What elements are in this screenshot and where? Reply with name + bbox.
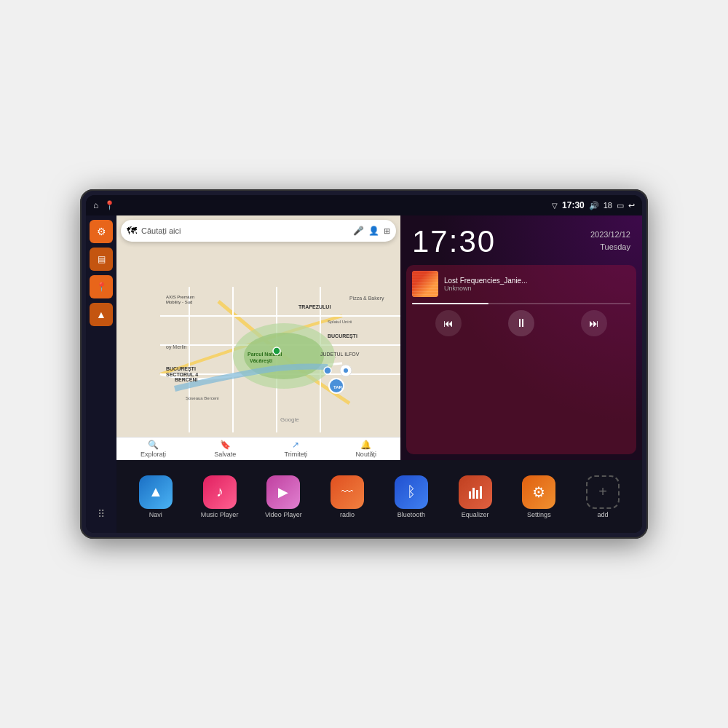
sidebar-files-button[interactable]: ▤ xyxy=(90,248,113,271)
clock-date-line1: 2023/12/12 xyxy=(590,229,630,241)
app-radio[interactable]: 〰 radio xyxy=(323,475,372,518)
music-controls: ⏮ ⏸ ⏭ xyxy=(412,310,630,336)
add-label: add xyxy=(598,511,609,518)
album-art xyxy=(412,271,438,297)
svg-text:BUCUREȘTI: BUCUREȘTI xyxy=(328,333,357,339)
svg-text:Google: Google xyxy=(280,416,299,423)
music-player-label: Music Player xyxy=(201,511,239,518)
map-icon[interactable]: 📍 xyxy=(104,200,115,210)
app-navi[interactable]: ▲ Navi xyxy=(131,475,181,518)
music-player-icon: ♪ xyxy=(203,475,237,509)
svg-text:AXIS Premium: AXIS Premium xyxy=(166,295,194,299)
status-bar-left: ⌂ 📍 xyxy=(93,200,115,210)
back-icon[interactable]: ↩ xyxy=(628,201,635,210)
app-equalizer[interactable]: Equalizer xyxy=(451,475,500,518)
top-row: 🗺 Căutați aici 🎤 👤 ⊞ xyxy=(116,215,642,460)
music-player: Lost Frequencies_Janie... Unknown ⏮ xyxy=(406,265,636,454)
clock-time: 17:30 xyxy=(412,224,496,259)
add-icon: + xyxy=(586,475,620,509)
sidebar-grid-button[interactable]: ⠿ xyxy=(90,502,113,526)
sidebar-maps-button[interactable]: 📍 xyxy=(90,275,113,298)
next-button[interactable]: ⏭ xyxy=(581,310,607,336)
svg-rect-25 xyxy=(472,488,475,499)
app-music-player[interactable]: ♪ Music Player xyxy=(195,475,245,518)
navi-icon: ▲ xyxy=(139,475,173,509)
volume-icon: 🔊 xyxy=(589,201,599,210)
bluetooth-icon: ᛒ xyxy=(395,475,428,509)
prev-icon: ⏮ xyxy=(443,317,454,329)
equalizer-label: Equalizer xyxy=(462,511,489,518)
battery-icon: ▭ xyxy=(617,201,624,210)
equalizer-bars-icon xyxy=(467,484,483,500)
clock-section: 17:30 2023/12/12 Tuesday xyxy=(400,215,642,265)
map-pin-icon: 📍 xyxy=(96,282,107,292)
map-section: 🗺 Căutați aici 🎤 👤 ⊞ xyxy=(116,215,400,460)
equalizer-icon xyxy=(459,475,492,509)
svg-text:JUDEȚUL ILFOV: JUDEȚUL ILFOV xyxy=(320,352,360,357)
mic-icon[interactable]: 🎤 xyxy=(353,226,364,236)
navi-label: Navi xyxy=(149,511,162,518)
arrow-up-icon: ▲ xyxy=(96,309,106,320)
map-nav-saved[interactable]: 🔖 Salvate xyxy=(214,440,236,458)
progress-fill xyxy=(412,303,488,304)
svg-text:Splaiul Unirii: Splaiul Unirii xyxy=(328,320,352,324)
svg-text:Văcărești: Văcărești xyxy=(250,358,272,364)
map-nav-send[interactable]: ↗ Trimiteți xyxy=(285,440,308,458)
map-search-bar[interactable]: 🗺 Căutați aici 🎤 👤 ⊞ xyxy=(121,220,396,242)
map-nav-news[interactable]: 🔔 Noutăți xyxy=(355,440,376,458)
svg-text:BUCUREȘTI: BUCUREȘTI xyxy=(166,366,196,372)
svg-text:Mobility - Sud: Mobility - Sud xyxy=(166,300,192,304)
svg-point-14 xyxy=(324,367,331,374)
files-icon: ▤ xyxy=(98,254,106,264)
settings-icon: ⚙ xyxy=(522,475,555,509)
svg-text:TRAPEZULUI: TRAPEZULUI xyxy=(298,304,331,309)
radio-icon: 〰 xyxy=(331,475,364,509)
svg-text:Pizza & Bakery: Pizza & Bakery xyxy=(349,296,384,301)
radio-label: radio xyxy=(340,511,355,518)
app-video-player[interactable]: ▶ Video Player xyxy=(258,475,308,518)
map-bottom-nav: 🔍 Explorați 🔖 Salvate ↗ Trimiteți xyxy=(116,437,400,460)
track-info: Lost Frequencies_Janie... Unknown xyxy=(412,271,630,297)
track-details: Lost Frequencies_Janie... Unknown xyxy=(444,277,630,292)
sidebar-nav-button[interactable]: ▲ xyxy=(90,303,113,326)
prev-button[interactable]: ⏮ xyxy=(435,310,462,336)
sidebar-settings-button[interactable]: ⚙ xyxy=(90,220,113,243)
track-artist: Unknown xyxy=(444,285,630,292)
news-label: Noutăți xyxy=(355,451,376,458)
music-progress-bar[interactable] xyxy=(412,303,630,304)
svg-text:BERCENI: BERCENI xyxy=(175,377,198,382)
track-name: Lost Frequencies_Janie... xyxy=(444,277,630,285)
app-bluetooth[interactable]: ᛒ Bluetooth xyxy=(387,475,436,518)
home-icon[interactable]: ⌂ xyxy=(93,200,98,210)
status-bar-right: ▽ 17:30 🔊 18 ▭ ↩ xyxy=(552,200,635,210)
gear-icon: ⚙ xyxy=(97,226,106,237)
next-icon: ⏭ xyxy=(589,317,599,329)
svg-rect-24 xyxy=(469,491,471,499)
main-content: ⚙ ▤ 📍 ▲ ⠿ xyxy=(86,215,642,533)
video-player-icon: ▶ xyxy=(266,475,300,509)
signal-icon: ▽ xyxy=(552,202,558,210)
layers-icon[interactable]: ⊞ xyxy=(384,226,390,236)
grid-icon: ⠿ xyxy=(98,508,105,520)
map-nav-explore[interactable]: 🔍 Explorați xyxy=(141,440,166,458)
right-panel: 17:30 2023/12/12 Tuesday xyxy=(400,215,642,460)
svg-text:oy Merlin: oy Merlin xyxy=(166,344,187,350)
play-pause-button[interactable]: ⏸ xyxy=(508,310,534,336)
app-settings[interactable]: ⚙ Settings xyxy=(514,475,563,518)
explore-label: Explorați xyxy=(141,451,166,458)
account-icon[interactable]: 👤 xyxy=(368,226,379,236)
app-grid: ▲ Navi ♪ Music Player ▶ Vid xyxy=(116,460,642,533)
news-icon: 🔔 xyxy=(360,440,371,450)
settings-label: Settings xyxy=(527,511,551,518)
send-label: Trimiteți xyxy=(285,451,308,458)
svg-rect-27 xyxy=(480,486,482,499)
map-canvas: TRAPEZULUI BUCUREȘTI JUDEȚUL ILFOV BERCE… xyxy=(116,215,400,460)
saved-icon: 🔖 xyxy=(220,440,231,450)
google-maps-icon: 🗺 xyxy=(127,225,137,237)
svg-text:Șoseaua Berceni: Șoseaua Berceni xyxy=(186,396,219,400)
sidebar: ⚙ ▤ 📍 ▲ ⠿ xyxy=(86,215,116,533)
svg-text:SECTORUL 4: SECTORUL 4 xyxy=(166,372,198,377)
svg-rect-26 xyxy=(476,490,478,499)
app-add[interactable]: + add xyxy=(578,475,628,518)
svg-point-23 xyxy=(344,368,348,373)
